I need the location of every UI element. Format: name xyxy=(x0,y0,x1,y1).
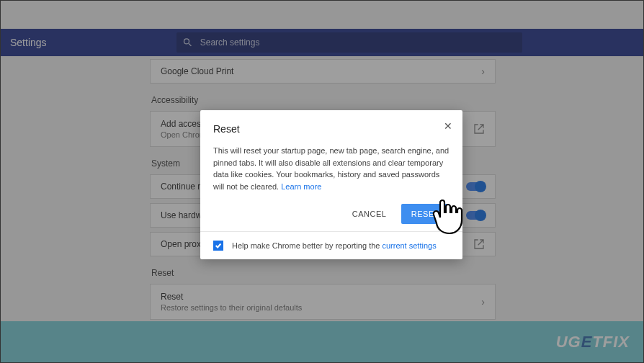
dialog-title: Reset xyxy=(213,123,450,135)
dialog-actions: CANCEL RESET xyxy=(213,204,450,224)
cursor-hand-icon xyxy=(428,196,468,239)
cancel-button[interactable]: CANCEL xyxy=(352,210,387,218)
help-text: Help make Chrome better by reporting the xyxy=(232,241,380,250)
dialog-body: This will reset your startup page, new t… xyxy=(213,145,450,192)
dialog-footer: Help make Chrome better by reporting the… xyxy=(200,231,462,259)
report-checkbox[interactable] xyxy=(213,241,223,251)
close-icon[interactable]: ✕ xyxy=(444,120,452,132)
learn-more-link[interactable]: Learn more xyxy=(281,182,321,191)
checkmark-icon xyxy=(215,242,222,249)
reset-dialog: Reset ✕ This will reset your startup pag… xyxy=(200,110,462,259)
dialog-body-text: This will reset your startup page, new t… xyxy=(213,146,449,191)
current-settings-link[interactable]: current settings xyxy=(382,241,436,250)
